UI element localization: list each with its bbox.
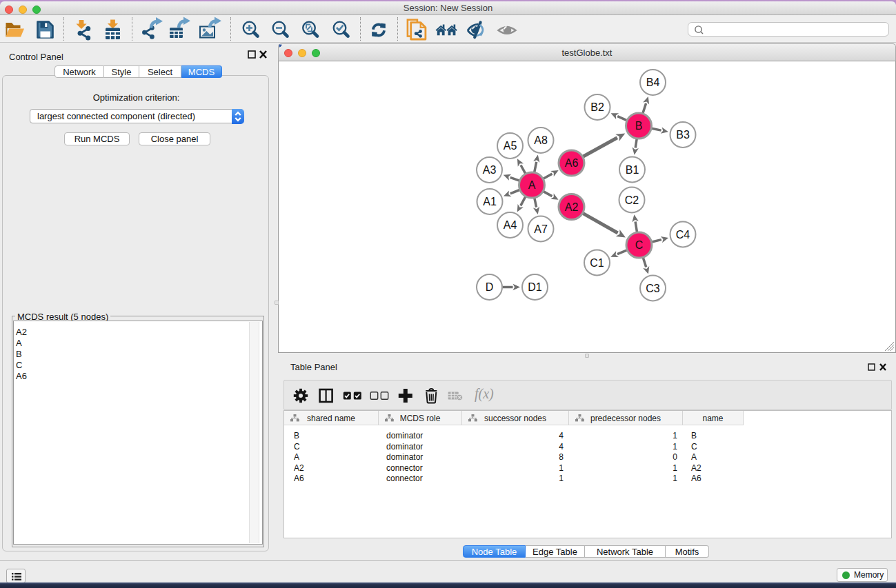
svg-text:A7: A7 [534,223,548,235]
svg-text:B4: B4 [646,77,660,88]
svg-text:B: B [635,120,643,132]
svg-text:A1: A1 [483,196,497,207]
svg-text:B1: B1 [626,164,639,176]
svg-text:A2: A2 [565,201,579,213]
svg-text:C3: C3 [646,283,660,294]
svg-text:A4: A4 [504,219,517,231]
svg-text:B2: B2 [590,101,604,113]
svg-text:B3: B3 [676,129,690,141]
svg-text:A: A [528,179,536,191]
svg-text:A6: A6 [565,157,579,169]
svg-text:A5: A5 [504,140,517,152]
svg-text:C2: C2 [625,194,639,206]
svg-text:D1: D1 [528,281,542,293]
svg-text:C4: C4 [676,229,690,241]
svg-text:C: C [635,239,644,251]
svg-text:D: D [486,281,494,293]
svg-text:A8: A8 [534,134,548,146]
svg-text:C1: C1 [590,257,604,269]
svg-text:A3: A3 [483,164,497,176]
